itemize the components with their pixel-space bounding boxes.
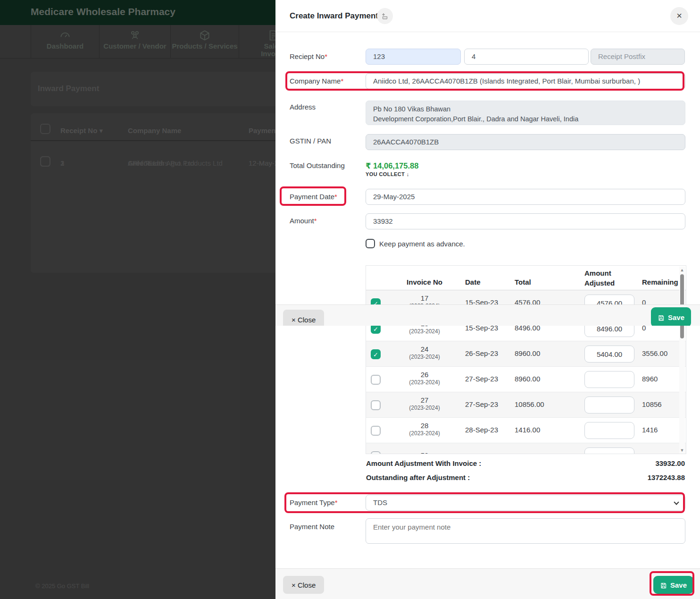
payment-type-value: TDS (373, 498, 387, 506)
chevron-down-icon (674, 499, 679, 505)
close-button[interactable]: × Close (283, 576, 324, 594)
receipt-number-input[interactable]: 4 (464, 49, 589, 65)
outstanding-after-label: Outstanding after Adjustment : (366, 473, 470, 481)
invoice-row-checkbox[interactable] (371, 375, 381, 385)
invoice-row-checkbox[interactable] (371, 400, 381, 410)
payment-date-input[interactable]: 29-May-2025 (366, 189, 685, 205)
invoice-row-checkbox[interactable] (371, 426, 381, 436)
create-inward-payment-modal: Create Inward Payment × Reciept No* 123 … (275, 0, 700, 599)
payment-date-label: Payment Date* (290, 193, 337, 201)
outstanding-after-value: 1372243.88 (648, 473, 685, 481)
close-button[interactable]: × Close (283, 310, 324, 326)
cell-invoice-no: 24(2023-2024) (396, 341, 453, 366)
payment-note-input[interactable] (366, 518, 685, 544)
gstin-field: 26AACCA4070B1ZB (366, 134, 685, 150)
cell-date: 27-Sep-23 (465, 400, 498, 408)
amount-label: Amount* (290, 217, 317, 225)
cell-date: 26-Sep-23 (465, 349, 498, 357)
invoice-row-checkbox[interactable]: ✓ (371, 349, 381, 359)
cell-date: 28-Sep-23 (465, 426, 498, 434)
receipt-postfix-input[interactable]: Receipt Postfix (591, 49, 685, 65)
address-field: Pb No 180 Vikas Bhawan Development Corpo… (366, 101, 685, 125)
invoice-row: 27(2023-2024)27-Sep-2310856.0010856 (366, 392, 686, 418)
receipt-no-label: Reciept No* (290, 52, 327, 60)
col-invoice-no: Invoice No (396, 278, 453, 286)
modal-header: Create Inward Payment × (275, 0, 700, 32)
adjustment-total-label: Amount Adjustment With Invoice : (366, 459, 481, 467)
plus-tray-icon[interactable] (377, 8, 393, 24)
screen: Medicare Wholesale Pharmacy Dashboard Cu… (0, 0, 700, 599)
modal-title: Create Inward Payment (290, 11, 378, 21)
amount-adjusted-input[interactable] (584, 447, 634, 454)
company-name-input[interactable]: Aniidco Ltd, 26AACCA4070B1ZB (Islands In… (366, 73, 685, 89)
amount-input[interactable]: 33932 (366, 213, 685, 229)
cell-remaining: 3556.00 (642, 349, 667, 357)
invoice-row: 50 (366, 443, 686, 454)
company-name-label: Company Name* (290, 77, 343, 85)
save-button[interactable]: Save (651, 307, 691, 326)
receipt-prefix-input[interactable]: 123 (366, 49, 461, 65)
amount-adjusted-input[interactable] (584, 422, 634, 439)
col-date: Date (465, 278, 481, 286)
gstin-label: GSTIN / PAN (290, 137, 331, 145)
sticky-footer-band: × Close Save (275, 304, 700, 326)
invoice-row: 28(2023-2024)28-Sep-231416.001416 (366, 418, 686, 443)
amount-adjusted-input[interactable] (584, 371, 634, 388)
cell-remaining: 10856 (642, 400, 662, 408)
amount-adjusted-input[interactable] (584, 397, 634, 413)
invoice-row: ✓24(2023-2024)26-Sep-238960.003556.00 (366, 341, 686, 367)
save-button[interactable]: Save (653, 576, 693, 594)
address-line1: Pb No 180 Vikas Bhawan (373, 104, 678, 114)
cell-date: 27-Sep-23 (465, 375, 498, 383)
adjustment-total-value: 33932.00 (655, 459, 685, 467)
cell-remaining: 8960 (642, 375, 658, 383)
invoice-row-checkbox[interactable] (371, 451, 381, 454)
payment-note-label: Payment Note (290, 523, 334, 531)
cell-remaining: 1416 (642, 426, 658, 434)
cell-invoice-no: 50 (396, 443, 453, 454)
payment-type-label: Payment Type* (290, 498, 337, 506)
advance-checkbox[interactable] (366, 239, 375, 248)
col-remaining: Remaining (642, 278, 678, 286)
table-scrollbar[interactable]: ▲ ▼ (679, 267, 685, 454)
advance-checkbox-label: Keep payment as advance. (379, 240, 465, 248)
col-total: Total (515, 278, 531, 286)
modal-footer: × Close Save (275, 568, 700, 599)
cell-total: 8960.00 (515, 349, 540, 357)
invoice-adjustment-table: Invoice No Date Total AmountAdjusted Rem… (366, 265, 686, 454)
address-line2: Development Corporation,Port Blair., Dad… (373, 114, 678, 124)
total-outstanding-amount: ₹ 14,06,175.88 (366, 161, 418, 170)
cell-invoice-no: 27(2023-2024) (396, 392, 453, 417)
scroll-down-icon[interactable]: ▼ (679, 448, 685, 453)
cell-total: 10856.00 (515, 400, 544, 408)
cell-invoice-no: 26(2023-2024) (396, 367, 453, 392)
invoice-table-header: Invoice No Date Total AmountAdjusted Rem… (366, 266, 686, 290)
scroll-up-icon[interactable]: ▲ (679, 268, 685, 272)
cell-invoice-no: 28(2023-2024) (396, 418, 453, 443)
amount-adjusted-input[interactable] (584, 346, 634, 363)
close-icon[interactable]: × (670, 7, 688, 25)
payment-type-select[interactable]: TDS (366, 495, 685, 511)
invoice-row: 26(2023-2024)27-Sep-238960.008960 (366, 367, 686, 392)
total-outstanding-label: Total Outstanding (290, 161, 345, 169)
cell-total: 8960.00 (515, 375, 540, 383)
cell-total: 1416.00 (515, 426, 540, 434)
col-amount-adjusted: AmountAdjusted (584, 268, 615, 288)
you-collect-note: YOU COLLECT ↓ (366, 171, 409, 177)
address-label: Address (290, 103, 316, 111)
